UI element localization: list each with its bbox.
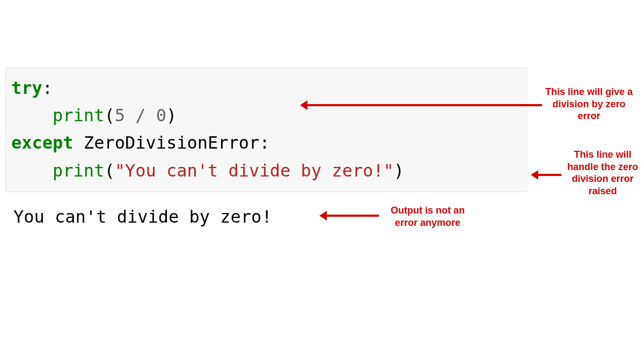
space <box>145 105 156 126</box>
arrow-icon <box>325 215 379 217</box>
colon: : <box>42 78 53 98</box>
fn-print: print <box>53 105 104 126</box>
code-block: try: print(5 / 0) except ZeroDivisionErr… <box>5 68 527 192</box>
string-literal: "You can't divide by zero!" <box>115 160 394 181</box>
num-0: 0 <box>156 105 166 126</box>
code-line-1: try: <box>11 75 521 102</box>
arrow-icon <box>306 104 542 106</box>
keyword-try: try <box>11 78 42 98</box>
keyword-except: except <box>11 133 74 153</box>
indent <box>11 105 53 126</box>
fn-print: print <box>53 160 104 181</box>
code-line-3: except ZeroDivisionError: <box>11 129 521 157</box>
lparen: ( <box>104 160 114 181</box>
code-line-4: print("You can't divide by zero!") <box>11 157 521 185</box>
colon: : <box>259 133 269 153</box>
ident-zerodivisionerror: ZeroDivisionError <box>84 133 260 153</box>
annotation-output: Output is not an error anymore <box>382 204 473 229</box>
annotation-handle-error: This line will handle the zero division … <box>562 149 643 197</box>
num-5: 5 <box>115 105 125 126</box>
annotation-division-error: This line will give a division by zero e… <box>542 86 636 122</box>
space <box>125 105 135 126</box>
rparen: ) <box>394 160 404 181</box>
space <box>74 133 84 153</box>
rparen: ) <box>166 105 177 126</box>
op-div: / <box>135 105 145 126</box>
output-line: You can't divide by zero! <box>13 207 272 227</box>
lparen: ( <box>104 105 114 126</box>
arrow-icon <box>537 174 561 176</box>
indent <box>11 160 53 181</box>
